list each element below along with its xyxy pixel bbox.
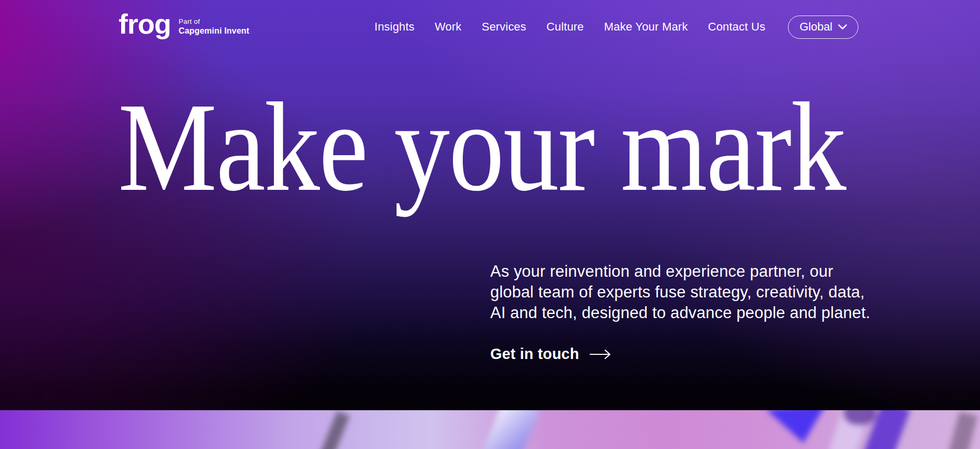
- frog-logo[interactable]: frog Part of Capgemini Invent: [119, 14, 250, 40]
- arrow-right-icon: [589, 349, 612, 360]
- strip-taupe-slash-shape: [944, 411, 978, 449]
- site-header: frog Part of Capgemini Invent Insights W…: [0, 0, 980, 54]
- locale-selector-button[interactable]: Global: [788, 16, 858, 39]
- hero-description: As your reinvention and experience partn…: [490, 261, 870, 323]
- frog-homepage: frog Part of Capgemini Invent Insights W…: [0, 0, 980, 449]
- logo-tagline-part-of: Part of: [179, 17, 250, 26]
- nav-item-make-your-mark[interactable]: Make Your Mark: [604, 20, 688, 34]
- nav-item-culture[interactable]: Culture: [546, 20, 583, 34]
- main-nav: Insights Work Services Culture Make Your…: [374, 20, 765, 34]
- get-in-touch-label: Get in touch: [490, 346, 579, 363]
- strip-dark-slash-shape: [314, 411, 349, 449]
- chevron-down-icon: [838, 24, 847, 30]
- nav-item-services[interactable]: Services: [482, 20, 526, 34]
- logo-tagline-capgemini-invent: Capgemini Invent: [179, 26, 250, 37]
- nav-item-contact-us[interactable]: Contact Us: [708, 20, 766, 34]
- locale-selector-label: Global: [799, 20, 832, 34]
- nav-item-work[interactable]: Work: [435, 20, 462, 34]
- hero-headline: Make your mark: [118, 84, 845, 211]
- frog-logo-wordmark[interactable]: frog: [119, 11, 171, 37]
- strip-periwinkle-bar-shape: [476, 410, 540, 449]
- hero-description-line: global team of experts fuse strategy, cr…: [490, 282, 870, 303]
- hero-description-line: As your reinvention and experience partn…: [490, 261, 870, 282]
- decorative-image-strip: [0, 410, 980, 449]
- nav-item-insights[interactable]: Insights: [374, 20, 414, 34]
- hero-description-line: AI and tech, designed to advance people …: [490, 303, 870, 323]
- strip-blue-triangle-shape: [766, 410, 831, 446]
- get-in-touch-link[interactable]: Get in touch: [490, 346, 612, 363]
- decorative-strip-shapes: [0, 410, 980, 449]
- logo-tagline: Part of Capgemini Invent: [179, 17, 250, 37]
